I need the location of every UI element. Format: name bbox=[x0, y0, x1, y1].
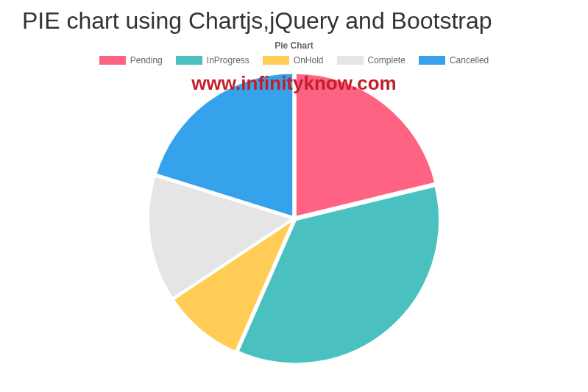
legend-swatch bbox=[419, 56, 445, 65]
legend-label: OnHold bbox=[294, 55, 324, 65]
legend-label: Pending bbox=[130, 55, 163, 65]
pie-chart bbox=[147, 71, 442, 366]
legend-item-complete[interactable]: Complete bbox=[337, 55, 405, 65]
legend-swatch bbox=[337, 56, 364, 65]
watermark-text: www.infinityknow.com bbox=[191, 72, 396, 95]
legend-swatch bbox=[263, 56, 289, 65]
legend-item-cancelled[interactable]: Cancelled bbox=[419, 55, 489, 65]
legend-label: Complete bbox=[368, 55, 405, 65]
chart-container bbox=[0, 71, 588, 366]
legend-label: InProgress bbox=[207, 55, 249, 65]
legend-item-pending[interactable]: Pending bbox=[99, 55, 163, 65]
chart-legend: PendingInProgressOnHoldCompleteCancelled bbox=[0, 55, 588, 65]
legend-swatch bbox=[176, 56, 202, 65]
legend-item-onhold[interactable]: OnHold bbox=[263, 55, 324, 65]
page-title: PIE chart using Chartjs,jQuery and Boots… bbox=[22, 7, 588, 35]
chart-subtitle: Pie Chart bbox=[0, 40, 588, 51]
legend-label: Cancelled bbox=[450, 55, 489, 65]
legend-swatch bbox=[99, 56, 126, 65]
legend-item-inprogress[interactable]: InProgress bbox=[176, 55, 249, 65]
